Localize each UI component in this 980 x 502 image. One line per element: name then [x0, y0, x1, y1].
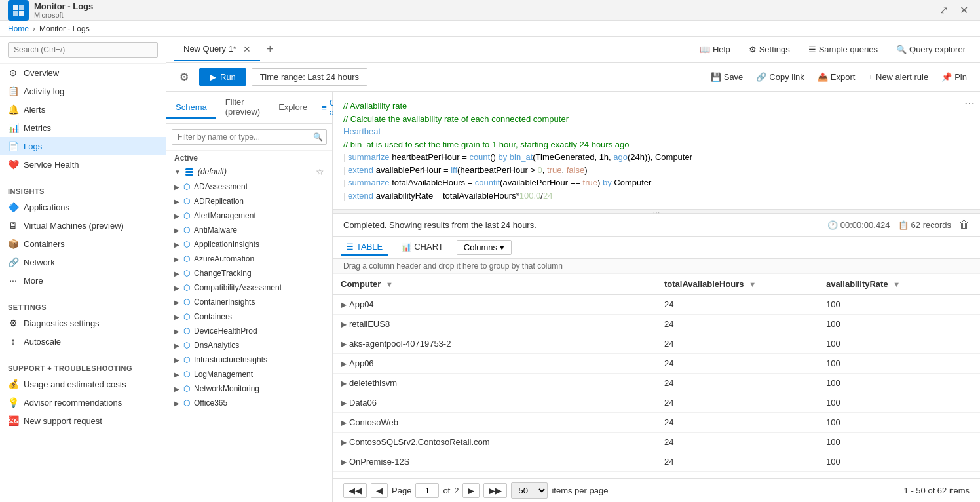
col-hours: totalAvailableHours ▼: [656, 274, 818, 295]
add-tab-button[interactable]: +: [260, 40, 280, 59]
breadcrumb-home[interactable]: Home: [8, 24, 29, 33]
results-status-text: Completed. Showing results from the last…: [343, 220, 537, 230]
sidebar-item-service-health[interactable]: ❤️Service Health: [0, 155, 166, 174]
row-expand-button[interactable]: ▶: [341, 398, 347, 408]
schema-item-adreplication[interactable]: ▶⬡ADReplication: [166, 194, 332, 208]
table-row[interactable]: ▶ContosoWeb 24 100: [333, 413, 980, 433]
items-per-page-select[interactable]: 50 100 200: [511, 482, 548, 499]
schema-item-azureautomation[interactable]: ▶⬡AzureAutomation: [166, 252, 332, 266]
row-expand-button[interactable]: ▶: [341, 418, 347, 427]
sample-queries-button[interactable]: ☰ Sample queries: [802, 42, 884, 57]
schema-tab-filter[interactable]: Filter (preview): [216, 92, 269, 123]
search-input[interactable]: [8, 42, 158, 58]
save-button[interactable]: 💾 Save: [706, 69, 749, 85]
table-row[interactable]: ▶deletethisvm 24 100: [333, 374, 980, 393]
schema-item-office365[interactable]: ▶⬡Office365: [166, 396, 332, 410]
sidebar-item-diagnostics-settings[interactable]: ⚙Diagnostics settings: [0, 314, 166, 332]
new-alert-rule-button[interactable]: + New alert rule: [863, 69, 933, 85]
query-explorer-button[interactable]: 🔍 Query explorer: [890, 42, 972, 57]
row-expand-button[interactable]: ▶: [341, 359, 347, 368]
hours-filter-icon[interactable]: ▼: [749, 280, 756, 288]
computer-filter-icon[interactable]: ▼: [386, 280, 393, 288]
delete-results-button[interactable]: 🗑: [959, 219, 970, 231]
query-tab[interactable]: New Query 1* ✕: [174, 39, 260, 61]
table-row[interactable]: ▶ContosoSQLSrv2.ContosoRetail.com 24 100: [333, 433, 980, 452]
columns-button[interactable]: Columns ▾: [457, 240, 512, 255]
sidebar-item-autoscale[interactable]: ↕Autoscale: [0, 332, 166, 351]
sidebar-item-activity-log[interactable]: 📋Activity log: [0, 82, 166, 100]
schema-item-dnsanalytics[interactable]: ▶⬡DnsAnalytics: [166, 338, 332, 353]
row-expand-button[interactable]: ▶: [341, 457, 347, 467]
close-button[interactable]: ✕: [956, 3, 972, 18]
table-row[interactable]: ▶App06 24 100: [333, 354, 980, 374]
svg-rect-0: [13, 5, 18, 10]
sidebar-item-usage-and-estimated-costs[interactable]: 💰Usage and estimated costs: [0, 375, 166, 393]
schema-item-containerinsights[interactable]: ▶⬡ContainerInsights: [166, 295, 332, 309]
save-icon: 💾: [711, 72, 721, 82]
schema-tab-schema[interactable]: Schema: [166, 97, 216, 119]
sidebar-item-logs[interactable]: 📄Logs: [0, 137, 166, 155]
copy-link-button[interactable]: 🔗 Copy link: [751, 69, 809, 85]
schema-item-adassessment[interactable]: ▶⬡ADAssessment: [166, 180, 332, 194]
schema-item-networkmonitoring[interactable]: ▶⬡NetworkMonitoring: [166, 381, 332, 396]
row-expand-button[interactable]: ▶: [341, 300, 347, 309]
sidebar-item-network[interactable]: 🔗Network: [0, 253, 166, 271]
row-expand-button[interactable]: ▶: [341, 438, 347, 447]
schema-tab-explore[interactable]: Explore: [269, 97, 316, 119]
restore-button[interactable]: ⤢: [935, 3, 952, 18]
table-row[interactable]: ▶App04 24 100: [333, 295, 980, 315]
table-row[interactable]: ▶retailEUS8 24 100: [333, 315, 980, 334]
table-row[interactable]: ▶OnPremise-12S 24 100: [333, 452, 980, 472]
help-button[interactable]: 📖 Help: [693, 42, 737, 57]
help-icon: 📖: [700, 45, 710, 54]
table-row[interactable]: ▶aks-agentpool-40719753-2 24 100: [333, 334, 980, 354]
row-expand-button[interactable]: ▶: [341, 379, 347, 388]
sidebar-item-more[interactable]: ···More: [0, 271, 166, 290]
rate-filter-icon[interactable]: ▼: [893, 280, 900, 288]
settings-button[interactable]: ⚙ Settings: [742, 42, 797, 57]
table-row[interactable]: ▶Data06 24 100: [333, 393, 980, 413]
support-section-label: Support + Troubleshooting: [0, 359, 166, 375]
schema-filter-input[interactable]: [172, 129, 327, 145]
schema-item-antimalware[interactable]: ▶⬡AntiMalware: [166, 223, 332, 237]
schema-item-alertmanagement[interactable]: ▶⬡AlertManagement: [166, 208, 332, 223]
schema-item-compatibilityassessment[interactable]: ▶⬡CompatibilityAssessment: [166, 280, 332, 295]
editor-settings-icon[interactable]: ⚙: [174, 68, 194, 86]
sidebar-item-metrics[interactable]: 📊Metrics: [0, 119, 166, 137]
sidebar-item-containers[interactable]: 📦Containers: [0, 235, 166, 253]
pin-button[interactable]: 📌 Pin: [936, 69, 972, 85]
export-button[interactable]: 📤 Export: [812, 69, 861, 85]
sidebar-item-virtual-machines-preview-[interactable]: 🖥Virtual Machines (preview): [0, 216, 166, 235]
tab-table[interactable]: ☰ TABLE: [341, 239, 388, 256]
sidebar-item-overview[interactable]: ⊙Overview: [0, 64, 166, 82]
run-button[interactable]: ▶ Run: [199, 68, 246, 86]
time-range-button[interactable]: Time range: Last 24 hours: [252, 68, 368, 86]
sidebar-item-advisor-recommendations[interactable]: 💡Advisor recommendations: [0, 393, 166, 412]
row-expand-button[interactable]: ▶: [341, 339, 347, 349]
schema-item-logmanagement[interactable]: ▶⬡LogManagement: [166, 367, 332, 381]
editor-expand-button[interactable]: ⋯: [964, 97, 975, 109]
next-page-button[interactable]: ▶: [462, 483, 480, 498]
page-number-input[interactable]: [415, 483, 439, 498]
schema-item-containers[interactable]: ▶⬡Containers: [166, 309, 332, 324]
sidebar-item-alerts[interactable]: 🔔Alerts: [0, 100, 166, 119]
query-tab-close[interactable]: ✕: [243, 44, 251, 54]
duration-display: 🕐 00:00:00.424: [827, 220, 890, 230]
last-page-button[interactable]: ▶▶: [483, 483, 507, 498]
plus-icon: +: [868, 72, 873, 82]
first-page-button[interactable]: ◀◀: [343, 483, 367, 498]
svg-rect-6: [185, 174, 193, 176]
tab-chart[interactable]: 📊 CHART: [396, 239, 449, 256]
row-expand-button[interactable]: ▶: [341, 320, 347, 329]
prev-page-button[interactable]: ◀: [371, 483, 388, 498]
schema-section-label: Active: [166, 151, 332, 164]
sidebar-item-new-support-request[interactable]: 🆘New support request: [0, 412, 166, 430]
schema-item-infrastructureinsights[interactable]: ▶⬡InfrastructureInsights: [166, 353, 332, 367]
star-icon[interactable]: ☆: [316, 166, 324, 177]
table-header-row: Computer ▼ totalAvailableHours ▼ availab…: [333, 274, 980, 295]
sidebar-item-applications[interactable]: 🔷Applications: [0, 198, 166, 216]
schema-item-changetracking[interactable]: ▶⬡ChangeTracking: [166, 266, 332, 280]
table-icon: ☰: [346, 242, 354, 252]
schema-item-applicationinsights[interactable]: ▶⬡ApplicationInsights: [166, 237, 332, 252]
schema-item-devicehealthprod[interactable]: ▶⬡DeviceHealthProd: [166, 324, 332, 338]
